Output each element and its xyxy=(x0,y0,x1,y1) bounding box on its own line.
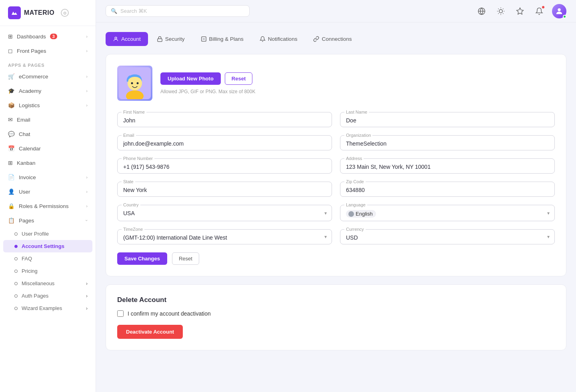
tab-connections-label: Connections xyxy=(322,36,352,42)
upload-photo-button[interactable]: Upload New Photo xyxy=(160,72,221,85)
chevron-down-icon: › xyxy=(84,220,89,221)
sidebar: MATERIO ⊙ ⊞ Dashboards 3 › ◻ Front Pages… xyxy=(0,0,96,392)
state-label: State xyxy=(122,179,135,184)
language-label: Language xyxy=(344,202,367,207)
tab-billing-label: Billing & Plans xyxy=(209,36,244,42)
sidebar-item-email[interactable]: ✉ Email xyxy=(0,112,96,127)
account-tabs: Account Security Billing & Plans Notific… xyxy=(106,32,566,46)
svg-marker-9 xyxy=(517,8,524,14)
deactivation-checkbox[interactable] xyxy=(117,310,124,317)
tab-security[interactable]: Security xyxy=(150,32,192,46)
tab-security-label: Security xyxy=(165,36,185,42)
confirm-deactivation-row: I confirm my account deactivation xyxy=(117,310,555,317)
form-contact-row: Email Organization xyxy=(117,135,555,150)
sidebar-item-user-profile[interactable]: User Profile xyxy=(0,228,96,240)
app-name: MATERIO xyxy=(24,9,54,16)
search-bar[interactable]: 🔍 Search ⌘K xyxy=(106,5,250,17)
sidebar-sub-item-label: Pricing xyxy=(22,268,38,274)
account-card: Upload New Photo Reset Allowed JPG, GIF … xyxy=(106,54,566,276)
svg-rect-12 xyxy=(158,39,162,42)
logo-icon-extra: ⊙ xyxy=(61,9,69,17)
chevron-right-icon: › xyxy=(86,48,88,53)
sidebar-item-invoice[interactable]: 📄 Invoice › xyxy=(0,170,96,184)
sidebar-item-calendar[interactable]: 📅 Calendar xyxy=(0,141,96,156)
page-content: Account Security Billing & Plans Notific… xyxy=(96,22,576,392)
sidebar-item-logistics[interactable]: 📦 Logistics › xyxy=(0,98,96,112)
save-changes-button[interactable]: Save Changes xyxy=(117,252,167,265)
theme-icon[interactable] xyxy=(494,5,507,18)
sidebar-item-account-settings[interactable]: Account Settings xyxy=(3,240,92,252)
pages-icon: 📋 xyxy=(8,217,15,224)
translate-icon[interactable] xyxy=(475,5,488,18)
chevron-right-icon: › xyxy=(86,74,88,79)
notification-icon[interactable] xyxy=(533,5,546,18)
sidebar-sub-item-label: Wizard Examples xyxy=(22,305,62,311)
chat-icon: 💬 xyxy=(8,131,15,137)
tab-connections[interactable]: Connections xyxy=(306,32,359,46)
chevron-right-icon: › xyxy=(86,280,88,286)
organization-input[interactable] xyxy=(346,140,549,147)
chevron-right-icon: › xyxy=(86,88,88,93)
tab-billing[interactable]: Billing & Plans xyxy=(194,32,251,46)
star-icon[interactable] xyxy=(514,5,526,18)
sidebar-item-wizard-examples[interactable]: Wizard Examples › xyxy=(0,302,96,314)
circle-icon xyxy=(14,294,18,298)
zip-input[interactable] xyxy=(346,186,549,193)
form-timezone-row: TimeZone (GMT-12:00) International Date … xyxy=(117,229,555,244)
academy-icon: 🎓 xyxy=(8,88,15,94)
sidebar-item-label: User xyxy=(19,189,30,195)
sidebar-sub-item-label: Auth Pages xyxy=(22,293,48,299)
form-phone-row: Phone Number Address xyxy=(117,158,555,174)
sidebar-item-miscellaneous[interactable]: Miscellaneous › xyxy=(0,277,96,290)
sidebar-item-dashboards[interactable]: ⊞ Dashboards 3 › xyxy=(0,29,96,44)
sidebar-item-kanban[interactable]: ⊞ Kanban xyxy=(0,156,96,170)
sidebar-item-chat[interactable]: 💬 Chat xyxy=(0,127,96,141)
timezone-label: TimeZone xyxy=(122,227,144,232)
sidebar-item-pages[interactable]: 📋 Pages › xyxy=(0,213,96,228)
sidebar-item-user[interactable]: 👤 User › xyxy=(0,184,96,199)
state-input[interactable] xyxy=(123,186,326,193)
state-field: State xyxy=(117,182,332,197)
timezone-field: TimeZone (GMT-12:00) International Date … xyxy=(117,229,332,244)
sidebar-nav: ⊞ Dashboards 3 › ◻ Front Pages › Apps & … xyxy=(0,26,96,318)
sidebar-item-ecommerce[interactable]: 🛒 eCommerce › xyxy=(0,69,96,84)
sidebar-item-auth-pages[interactable]: Auth Pages › xyxy=(0,290,96,302)
chevron-right-icon: › xyxy=(86,103,88,108)
tab-account[interactable]: Account xyxy=(106,32,148,46)
reset-button[interactable]: Reset xyxy=(172,252,199,265)
svg-point-18 xyxy=(137,82,139,84)
sidebar-item-faq[interactable]: FAQ xyxy=(0,252,96,265)
circle-filled-icon xyxy=(14,245,18,248)
address-field: Address xyxy=(340,158,555,174)
email-field: Email xyxy=(117,135,332,150)
currency-select[interactable]: USD EUR GBP xyxy=(346,234,549,241)
sidebar-item-academy[interactable]: 🎓 Academy › xyxy=(0,84,96,98)
svg-line-8 xyxy=(503,8,503,9)
user-avatar[interactable] xyxy=(552,4,566,18)
sidebar-item-front-pages[interactable]: ◻ Front Pages › xyxy=(0,44,96,58)
ecommerce-icon: 🛒 xyxy=(8,73,15,80)
phone-input[interactable] xyxy=(123,163,326,170)
first-name-input[interactable] xyxy=(123,116,326,124)
address-input[interactable] xyxy=(346,163,549,170)
email-input[interactable] xyxy=(123,140,326,147)
timezone-select[interactable]: (GMT-12:00) International Date Line West xyxy=(123,234,326,241)
photo-preview xyxy=(117,66,152,101)
currency-field: Currency USD EUR GBP ▾ xyxy=(340,229,555,244)
phone-field: Phone Number xyxy=(117,158,332,174)
reset-photo-button[interactable]: Reset xyxy=(225,72,252,85)
sidebar-item-pricing[interactable]: Pricing xyxy=(0,265,96,277)
sidebar-item-label: Email xyxy=(17,117,30,123)
last-name-input[interactable] xyxy=(346,116,549,124)
last-name-field: Last Name xyxy=(340,112,555,127)
user-icon: 👤 xyxy=(8,188,15,195)
tab-account-label: Account xyxy=(121,36,141,42)
country-select[interactable]: USA UK Canada xyxy=(123,209,326,216)
sidebar-item-roles-permissions[interactable]: 🔒 Roles & Permissions › xyxy=(0,199,96,213)
deactivate-account-button[interactable]: Deactivate Account xyxy=(117,325,183,339)
tab-notifications[interactable]: Notifications xyxy=(252,32,305,46)
svg-line-4 xyxy=(503,13,503,14)
dashboard-badge: 3 xyxy=(50,34,57,39)
chevron-right-icon: › xyxy=(86,293,88,299)
zip-field: Zip Code xyxy=(340,182,555,197)
